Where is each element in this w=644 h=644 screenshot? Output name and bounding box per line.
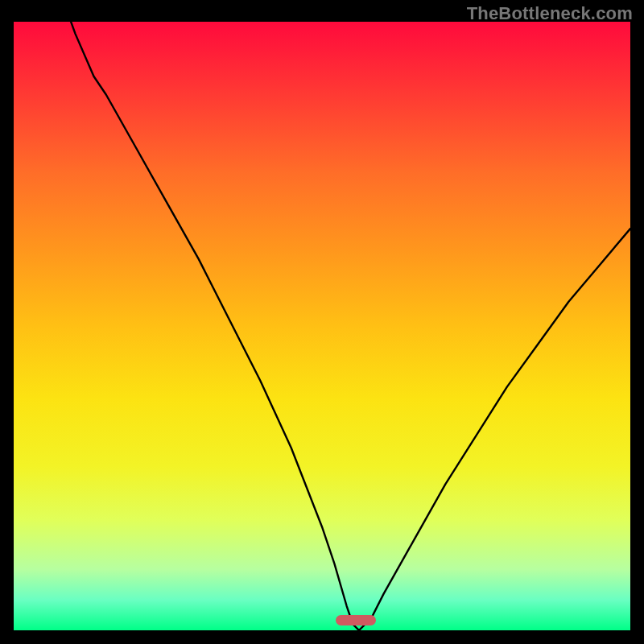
watermark-text: TheBottleneck.com xyxy=(467,3,633,24)
chart-stage: TheBottleneck.com xyxy=(0,0,644,644)
minimum-pill-marker xyxy=(336,615,376,625)
plot-area xyxy=(14,22,630,630)
